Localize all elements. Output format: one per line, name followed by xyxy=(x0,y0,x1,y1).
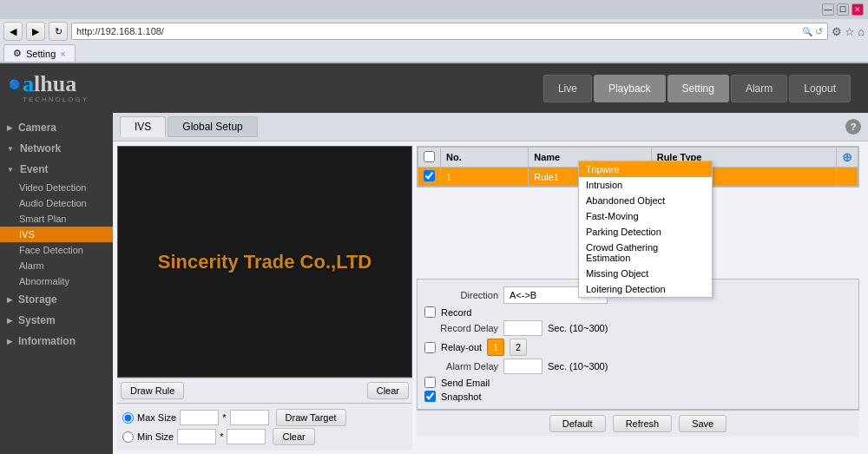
maximize-button[interactable]: ☐ xyxy=(837,3,849,16)
video-controls: Draw Rule Clear xyxy=(117,378,412,403)
select-all-checkbox[interactable] xyxy=(424,151,435,162)
alarm-delay-label: Alarm Delay xyxy=(424,361,498,372)
min-size-radio[interactable] xyxy=(122,431,134,443)
relay-out-checkbox[interactable] xyxy=(424,342,436,353)
relay-btn-2[interactable]: 2 xyxy=(510,339,527,356)
arrow-icon-event: ▼ xyxy=(7,166,14,174)
nav-tab-logout[interactable]: Logout xyxy=(789,75,851,102)
video-section: Sincerity Trade Co.,LTD Draw Rule Clear … xyxy=(117,146,412,451)
help-icon[interactable]: ? xyxy=(845,119,861,135)
sidebar: ▶ Camera ▼ Network ▼ Event Video Detecti… xyxy=(0,113,113,454)
relay-btn-1[interactable]: 1 xyxy=(487,339,504,356)
gear-icon: ⚙ xyxy=(832,25,842,38)
browser-tab[interactable]: ⚙ Setting × xyxy=(3,44,76,62)
address-bar[interactable]: http://192.168.1.108/ 🔍 ↺ xyxy=(71,23,828,40)
nav-tab-setting[interactable]: Setting xyxy=(667,75,729,102)
app-nav: Live Playback Setting Alarm Logout xyxy=(89,75,859,102)
content-tab-global-setup[interactable]: Global Setup xyxy=(168,116,257,137)
max-height-input[interactable]: 8191 xyxy=(230,410,269,425)
min-height-input[interactable]: 0 xyxy=(227,429,266,444)
sidebar-item-camera[interactable]: ▶ Camera xyxy=(0,117,113,138)
close-button[interactable]: ✕ xyxy=(852,3,864,16)
refresh-button[interactable]: Refresh xyxy=(613,415,673,432)
tab-close-button[interactable]: × xyxy=(60,49,65,59)
min-width-input[interactable]: 0 xyxy=(177,429,216,444)
alarm-delay-input[interactable]: 10 xyxy=(503,359,542,374)
sidebar-item-storage[interactable]: ▶ Storage xyxy=(0,289,113,310)
target-filter: Max Size 8191 * 8191 Draw Target Min Siz… xyxy=(117,403,412,451)
refresh-button[interactable]: ↻ xyxy=(49,22,68,41)
sidebar-sub-video-detection[interactable]: Video Detection xyxy=(0,180,113,195)
snapshot-checkbox[interactable] xyxy=(424,391,436,402)
search-icon: 🔍 xyxy=(802,27,812,36)
ivs-body: Sincerity Trade Co.,LTD Draw Rule Clear … xyxy=(113,141,868,454)
clear-button[interactable]: Clear xyxy=(367,382,409,399)
dropdown-item-abandoned-object[interactable]: Abandoned Object xyxy=(579,193,712,208)
multiply-sign2: * xyxy=(220,431,223,442)
right-panel: No. Name Rule Type ⊕ 1 Rule xyxy=(412,146,864,451)
sidebar-sub-abnormality[interactable]: Abnormality xyxy=(0,273,113,289)
bottom-buttons: Default Refresh Save xyxy=(417,410,859,437)
sidebar-item-event[interactable]: ▼ Event xyxy=(0,159,113,180)
direction-label: Direction xyxy=(424,290,498,300)
dropdown-item-intrusion[interactable]: Intrusion xyxy=(579,177,712,193)
save-button[interactable]: Save xyxy=(679,415,727,432)
dropdown-item-crowd-gathering[interactable]: Crowd Gathering Estimation xyxy=(579,240,712,266)
dropdown-item-tripwire[interactable]: Tripwire xyxy=(579,161,712,177)
sidebar-item-information[interactable]: ▶ Information xyxy=(0,331,113,352)
max-width-input[interactable]: 8191 xyxy=(180,410,219,425)
sidebar-sub-alarm[interactable]: Alarm xyxy=(0,258,113,273)
min-size-label: Min Size xyxy=(137,431,174,442)
record-delay-row: Record Delay 10 Sec. (10~300) xyxy=(424,320,852,336)
nav-tab-live[interactable]: Live xyxy=(543,75,592,102)
row-checkbox[interactable] xyxy=(424,170,435,181)
snapshot-label: Snapshot xyxy=(441,391,481,402)
forward-button[interactable]: ▶ xyxy=(26,22,45,41)
sidebar-item-network[interactable]: ▼ Network xyxy=(0,138,113,159)
title-bar: — ☐ ✕ xyxy=(0,0,868,19)
minimize-button[interactable]: — xyxy=(822,3,834,16)
draw-rule-button[interactable]: Draw Rule xyxy=(121,382,184,399)
default-button[interactable]: Default xyxy=(549,415,606,432)
content-area: ▶ Camera ▼ Network ▼ Event Video Detecti… xyxy=(0,113,868,454)
content-tab-ivs[interactable]: IVS xyxy=(120,116,166,137)
add-rule-icon[interactable]: ⊕ xyxy=(842,150,852,164)
video-watermark: Sincerity Trade Co.,LTD xyxy=(158,251,372,273)
sidebar-sub-audio-detection[interactable]: Audio Detection xyxy=(0,195,113,211)
content-header: IVS Global Setup ? xyxy=(113,113,868,141)
arrow-icon-information: ▶ xyxy=(7,338,12,345)
nav-tab-alarm[interactable]: Alarm xyxy=(731,75,787,102)
record-label: Record xyxy=(441,307,471,318)
dropdown-item-missing-object[interactable]: Missing Object xyxy=(579,266,712,281)
address-text: http://192.168.1.108/ xyxy=(76,26,802,36)
arrow-icon-storage: ▶ xyxy=(7,296,12,304)
back-button[interactable]: ◀ xyxy=(3,22,23,41)
record-delay-input[interactable]: 10 xyxy=(503,320,542,336)
rule-table-container: No. Name Rule Type ⊕ 1 Rule xyxy=(417,146,859,188)
tab-favicon: ⚙ xyxy=(13,48,22,59)
app-body: 🔵 alhua TECHNOLOGY Live Playback Setting… xyxy=(0,63,868,454)
send-email-checkbox[interactable] xyxy=(424,377,436,388)
send-email-label: Send Email xyxy=(441,378,490,388)
dropdown-item-parking-detection[interactable]: Parking Detection xyxy=(579,224,712,240)
logo-subtitle: TECHNOLOGY xyxy=(23,95,89,103)
clear-target-button[interactable]: Clear xyxy=(273,428,314,445)
sidebar-sub-face-detection[interactable]: Face Detection xyxy=(0,242,113,258)
record-checkbox[interactable] xyxy=(424,306,436,318)
parameter-section: Direction A<->B Record Record Delay 10 xyxy=(417,279,859,410)
browser-chrome: — ☐ ✕ ◀ ▶ ↻ http://192.168.1.108/ 🔍 ↺ ⚙ … xyxy=(0,0,868,63)
nav-bar: ◀ ▶ ↻ http://192.168.1.108/ 🔍 ↺ ⚙ ☆ ⌂ xyxy=(0,19,868,43)
sidebar-sub-smart-plan[interactable]: Smart Plan xyxy=(0,211,113,227)
alarm-delay-unit: Sec. (10~300) xyxy=(548,361,608,372)
min-size-row: Min Size 0 * 0 Clear xyxy=(122,428,407,445)
arrow-icon: ▶ xyxy=(7,124,12,132)
sidebar-item-system[interactable]: ▶ System xyxy=(0,310,113,331)
dropdown-item-loitering-detection[interactable]: Loitering Detection xyxy=(579,281,712,297)
rule-type-dropdown: Tripwire Intrusion Abandoned Object Fast… xyxy=(578,161,713,298)
dropdown-item-fast-moving[interactable]: Fast-Moving xyxy=(579,208,712,224)
col-no: No. xyxy=(441,148,529,168)
draw-target-button[interactable]: Draw Target xyxy=(276,409,346,426)
max-size-radio[interactable] xyxy=(122,412,134,424)
sidebar-sub-ivs[interactable]: IVS xyxy=(0,227,113,242)
nav-tab-playback[interactable]: Playback xyxy=(594,75,666,102)
